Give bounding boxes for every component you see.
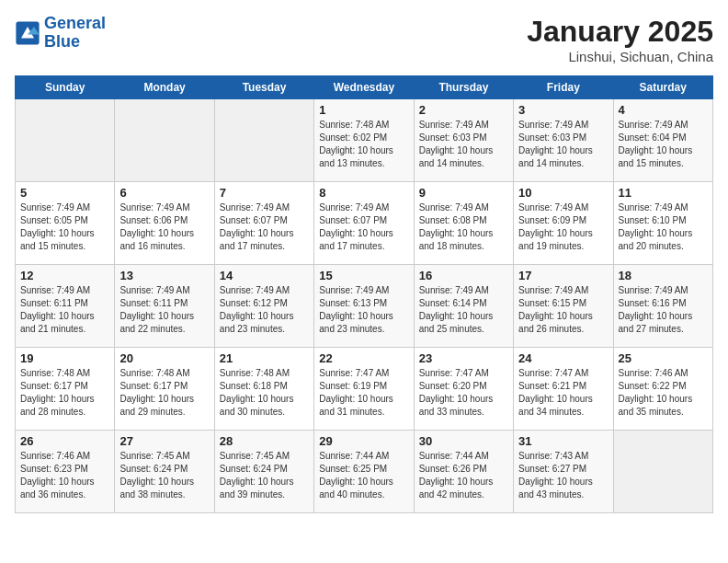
logo-icon [15,20,40,46]
calendar-cell: 27Sunrise: 7:45 AM Sunset: 6:24 PM Dayli… [115,431,214,513]
day-number: 7 [220,186,309,200]
day-number: 30 [419,434,508,448]
day-number: 13 [119,269,209,282]
day-info: Sunrise: 7:49 AM Sunset: 6:12 PM Dayligh… [220,284,309,336]
day-number: 23 [419,351,508,365]
day-info: Sunrise: 7:49 AM Sunset: 6:16 PM Dayligh… [619,284,708,336]
calendar-cell: 2Sunrise: 7:49 AM Sunset: 6:03 PM Daylig… [414,99,513,182]
day-info: Sunrise: 7:45 AM Sunset: 6:24 PM Dayligh… [220,450,309,501]
calendar-cell: 14Sunrise: 7:49 AM Sunset: 6:12 PM Dayli… [214,265,313,348]
calendar-subtitle: Linshui, Sichuan, China [527,49,713,64]
day-number: 6 [119,186,209,200]
logo-line1: General [44,14,106,32]
day-info: Sunrise: 7:46 AM Sunset: 6:22 PM Dayligh… [619,367,708,419]
weekday-header-row: SundayMondayTuesdayWednesdayThursdayFrid… [16,76,713,99]
calendar-cell: 11Sunrise: 7:49 AM Sunset: 6:10 PM Dayli… [613,182,712,265]
calendar-week-row: 19Sunrise: 7:48 AM Sunset: 6:17 PM Dayli… [16,348,713,431]
calendar-cell: 7Sunrise: 7:49 AM Sunset: 6:07 PM Daylig… [214,182,313,265]
day-number: 11 [619,186,708,200]
day-number: 25 [619,351,708,365]
day-number: 2 [419,103,508,117]
calendar-week-row: 12Sunrise: 7:49 AM Sunset: 6:11 PM Dayli… [16,265,713,348]
day-info: Sunrise: 7:48 AM Sunset: 6:17 PM Dayligh… [20,367,109,419]
calendar-cell: 1Sunrise: 7:48 AM Sunset: 6:02 PM Daylig… [314,99,414,182]
weekday-header-tuesday: Tuesday [214,76,313,99]
day-number: 16 [419,269,508,282]
weekday-header-thursday: Thursday [414,76,513,99]
weekday-header-monday: Monday [115,76,214,99]
calendar-cell [214,99,313,182]
day-info: Sunrise: 7:48 AM Sunset: 6:17 PM Dayligh… [119,367,209,419]
weekday-header-saturday: Saturday [613,76,712,99]
day-number: 15 [319,269,408,282]
weekday-header-friday: Friday [514,76,613,99]
day-number: 22 [319,351,408,365]
calendar-cell [115,99,214,182]
calendar-week-row: 5Sunrise: 7:49 AM Sunset: 6:05 PM Daylig… [16,182,713,265]
calendar-cell: 25Sunrise: 7:46 AM Sunset: 6:22 PM Dayli… [613,348,712,431]
day-info: Sunrise: 7:47 AM Sunset: 6:20 PM Dayligh… [419,367,508,419]
day-number: 8 [319,186,408,200]
day-info: Sunrise: 7:44 AM Sunset: 6:26 PM Dayligh… [419,450,508,501]
day-info: Sunrise: 7:49 AM Sunset: 6:14 PM Dayligh… [419,284,508,336]
day-info: Sunrise: 7:48 AM Sunset: 6:02 PM Dayligh… [319,119,408,170]
day-number: 24 [518,351,608,365]
calendar-cell: 28Sunrise: 7:45 AM Sunset: 6:24 PM Dayli… [214,431,313,513]
calendar-cell: 13Sunrise: 7:49 AM Sunset: 6:11 PM Dayli… [115,265,214,348]
day-number: 10 [518,186,608,200]
day-number: 4 [619,103,708,117]
day-number: 5 [20,186,109,200]
day-number: 9 [419,186,508,200]
day-info: Sunrise: 7:47 AM Sunset: 6:21 PM Dayligh… [518,367,608,419]
calendar-cell: 6Sunrise: 7:49 AM Sunset: 6:06 PM Daylig… [115,182,214,265]
day-info: Sunrise: 7:49 AM Sunset: 6:03 PM Dayligh… [419,119,508,170]
day-info: Sunrise: 7:49 AM Sunset: 6:03 PM Dayligh… [518,119,608,170]
day-number: 1 [319,103,408,117]
calendar-cell: 31Sunrise: 7:43 AM Sunset: 6:27 PM Dayli… [514,431,613,513]
page-header: General Blue January 2025 Linshui, Sichu… [15,15,713,64]
day-info: Sunrise: 7:49 AM Sunset: 6:15 PM Dayligh… [518,284,608,336]
day-info: Sunrise: 7:43 AM Sunset: 6:27 PM Dayligh… [518,450,608,501]
day-info: Sunrise: 7:49 AM Sunset: 6:13 PM Dayligh… [319,284,408,336]
day-info: Sunrise: 7:49 AM Sunset: 6:11 PM Dayligh… [119,284,209,336]
day-info: Sunrise: 7:49 AM Sunset: 6:06 PM Dayligh… [119,201,209,253]
day-info: Sunrise: 7:49 AM Sunset: 6:09 PM Dayligh… [518,201,608,253]
day-number: 17 [518,269,608,282]
calendar-cell: 16Sunrise: 7:49 AM Sunset: 6:14 PM Dayli… [414,265,513,348]
title-block: January 2025 Linshui, Sichuan, China [527,15,713,64]
day-number: 12 [20,269,109,282]
calendar-cell: 18Sunrise: 7:49 AM Sunset: 6:16 PM Dayli… [613,265,712,348]
weekday-header-sunday: Sunday [16,76,115,99]
day-number: 20 [119,351,209,365]
calendar-cell: 17Sunrise: 7:49 AM Sunset: 6:15 PM Dayli… [514,265,613,348]
calendar-title: January 2025 [527,15,713,49]
calendar-cell: 21Sunrise: 7:48 AM Sunset: 6:18 PM Dayli… [214,348,313,431]
calendar-body: 1Sunrise: 7:48 AM Sunset: 6:02 PM Daylig… [16,99,713,513]
day-number: 14 [220,269,309,282]
calendar-table: SundayMondayTuesdayWednesdayThursdayFrid… [15,75,713,513]
day-number: 18 [619,269,708,282]
calendar-cell: 29Sunrise: 7:44 AM Sunset: 6:25 PM Dayli… [314,431,414,513]
day-info: Sunrise: 7:48 AM Sunset: 6:18 PM Dayligh… [220,367,309,419]
day-info: Sunrise: 7:49 AM Sunset: 6:08 PM Dayligh… [419,201,508,253]
calendar-week-row: 26Sunrise: 7:46 AM Sunset: 6:23 PM Dayli… [16,431,713,513]
day-number: 21 [220,351,309,365]
calendar-cell: 24Sunrise: 7:47 AM Sunset: 6:21 PM Dayli… [514,348,613,431]
calendar-cell: 20Sunrise: 7:48 AM Sunset: 6:17 PM Dayli… [115,348,214,431]
logo: General Blue [15,15,106,52]
calendar-cell: 3Sunrise: 7:49 AM Sunset: 6:03 PM Daylig… [514,99,613,182]
calendar-cell: 9Sunrise: 7:49 AM Sunset: 6:08 PM Daylig… [414,182,513,265]
logo-text: General Blue [44,15,106,52]
calendar-cell [16,99,115,182]
calendar-cell: 23Sunrise: 7:47 AM Sunset: 6:20 PM Dayli… [414,348,513,431]
day-info: Sunrise: 7:49 AM Sunset: 6:07 PM Dayligh… [319,201,408,253]
day-info: Sunrise: 7:49 AM Sunset: 6:05 PM Dayligh… [20,201,109,253]
calendar-header: SundayMondayTuesdayWednesdayThursdayFrid… [16,76,713,99]
calendar-cell: 5Sunrise: 7:49 AM Sunset: 6:05 PM Daylig… [16,182,115,265]
day-number: 26 [20,434,109,448]
calendar-week-row: 1Sunrise: 7:48 AM Sunset: 6:02 PM Daylig… [16,99,713,182]
day-info: Sunrise: 7:46 AM Sunset: 6:23 PM Dayligh… [20,450,109,501]
calendar-cell: 22Sunrise: 7:47 AM Sunset: 6:19 PM Dayli… [314,348,414,431]
day-info: Sunrise: 7:49 AM Sunset: 6:04 PM Dayligh… [619,119,708,170]
calendar-cell [613,431,712,513]
